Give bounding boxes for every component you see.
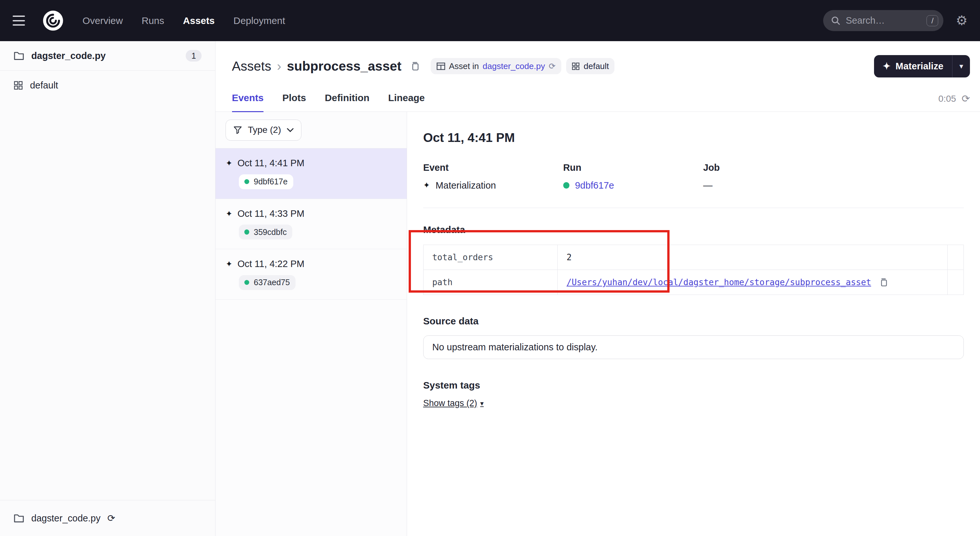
page-title-asset-name: subprocess_asset — [287, 59, 401, 74]
search-shortcut-badge: / — [926, 15, 938, 26]
asset-in-code-location-link[interactable]: dagster_code.py — [482, 61, 545, 71]
layout: dagster_code.py 1 default dagster_code.p… — [0, 41, 980, 536]
metadata-key: total_orders — [423, 245, 558, 270]
nav-runs[interactable]: Runs — [142, 15, 164, 26]
materialize-dropdown-button[interactable]: ▾ — [952, 55, 970, 78]
run-id-chip[interactable]: 9dbf617e — [239, 174, 293, 189]
asset-in-prefix: Asset in — [449, 61, 479, 71]
event-type-value: Materialization — [436, 180, 496, 191]
event-timestamp-label: Oct 11, 4:41 PM — [237, 158, 305, 169]
topbar-right: / ⚙ — [823, 10, 967, 32]
run-id-link[interactable]: 9dbf617e — [575, 180, 614, 191]
event-list-item[interactable]: ✦ Oct 11, 4:41 PM 9dbf617e — [215, 148, 406, 199]
reload-location-icon[interactable]: ⟳ — [107, 514, 115, 523]
nav-assets[interactable]: Assets — [183, 15, 215, 26]
run-id-label: 359cdbfc — [254, 227, 287, 237]
filter-bar: Type (2) — [215, 112, 406, 148]
sidebar-code-location-label: dagster_code.py — [31, 51, 106, 61]
table-row: total_orders 2 — [423, 245, 964, 270]
folder-icon — [14, 514, 24, 523]
search-input[interactable] — [846, 15, 908, 26]
event-run: 359cdbfc — [239, 224, 397, 240]
path-link[interactable]: /Users/yuhan/dev/local/dagster_home/stor… — [566, 277, 871, 287]
run-status-dot — [244, 179, 249, 184]
nav-overview[interactable]: Overview — [83, 15, 123, 26]
search-box[interactable]: / — [823, 10, 943, 32]
gear-icon[interactable]: ⚙ — [956, 14, 967, 27]
materialization-icon: ✦ — [226, 260, 232, 268]
run-status-dot — [244, 229, 249, 234]
show-tags-label: Show tags (2) — [423, 398, 477, 408]
event-timestamp-label: Oct 11, 4:33 PM — [237, 208, 305, 219]
breadcrumb: Assets › subprocess_asset — [232, 59, 420, 74]
sidebar: dagster_code.py 1 default dagster_code.p… — [0, 41, 215, 536]
copy-path-icon[interactable] — [878, 278, 888, 287]
topbar: Overview Runs Assets Deployment / ⚙ — [0, 0, 980, 41]
refresh-icon[interactable]: ⟳ — [961, 94, 970, 104]
materialization-icon: ✦ — [226, 210, 232, 218]
dagster-logo-icon[interactable] — [41, 9, 65, 32]
materialize-button[interactable]: ✦ Materialize — [874, 55, 952, 78]
summary-job: Job — — [703, 162, 843, 191]
asset-tags: Asset in dagster_code.py ⟳ default — [431, 58, 614, 74]
metadata-table: total_orders 2 path /Users/yuhan/dev/loc… — [423, 245, 964, 295]
event-list-item[interactable]: ✦ Oct 11, 4:22 PM 637aed75 — [215, 249, 406, 299]
tab-plots[interactable]: Plots — [282, 85, 306, 111]
event-detail-title: Oct 11, 4:41 PM — [423, 130, 964, 145]
event-timestamp-label: Oct 11, 4:22 PM — [237, 259, 305, 269]
chevron-down-icon — [287, 128, 294, 132]
event-timestamp: ✦ Oct 11, 4:41 PM — [226, 158, 396, 169]
event-list-item[interactable]: ✦ Oct 11, 4:33 PM 359cdbfc — [215, 199, 406, 249]
run-id-chip[interactable]: 359cdbfc — [239, 224, 292, 240]
table-icon — [436, 62, 445, 70]
grid-icon — [572, 62, 580, 70]
run-id-label: 637aed75 — [254, 278, 290, 287]
dagster-app: Overview Runs Assets Deployment / ⚙ dag — [0, 0, 980, 536]
materialization-icon: ✦ — [226, 159, 232, 167]
materialize-sparkle-icon: ✦ — [883, 62, 891, 71]
sidebar-count-badge: 1 — [186, 50, 202, 62]
copy-asset-name-icon[interactable] — [410, 61, 420, 71]
nav-deployment[interactable]: Deployment — [233, 15, 285, 26]
tabs-row: Events Plots Definition Lineage 0:05 ⟳ — [215, 85, 980, 112]
sidebar-group-label: default — [30, 80, 58, 91]
job-empty-value: — — [703, 180, 713, 191]
hamburger-menu-icon[interactable] — [13, 10, 34, 32]
group-chip-label: default — [584, 61, 609, 71]
summary-run: Run 9dbf617e — [563, 162, 703, 191]
event-run: 637aed75 — [239, 275, 397, 290]
asset-header: Assets › subprocess_asset Asset in dagst… — [215, 41, 980, 85]
system-tags-section: System tags Show tags (2) ▾ — [423, 380, 964, 409]
search-icon — [830, 16, 841, 25]
type-filter-button[interactable]: Type (2) — [226, 119, 301, 141]
grid-icon — [14, 81, 23, 90]
summary-event: Event ✦ Materialization — [423, 162, 563, 191]
system-tags-title: System tags — [423, 380, 964, 391]
show-tags-link[interactable]: Show tags (2) ▾ — [423, 398, 484, 408]
breadcrumb-assets-link[interactable]: Assets — [232, 59, 272, 74]
tab-events[interactable]: Events — [232, 85, 264, 111]
breadcrumb-separator-icon: › — [277, 59, 281, 74]
event-detail-panel: Oct 11, 4:41 PM Event ✦ Materialization … — [407, 112, 980, 536]
event-run: 9dbf617e — [239, 174, 397, 189]
group-chip-default[interactable]: default — [566, 58, 614, 74]
tab-definition[interactable]: Definition — [325, 85, 369, 111]
metadata-actions-cell — [947, 245, 964, 270]
asset-in-chip[interactable]: Asset in dagster_code.py ⟳ — [431, 58, 561, 74]
divider — [423, 208, 964, 208]
sidebar-item-code-location[interactable]: dagster_code.py 1 — [0, 41, 215, 71]
event-summary: Event ✦ Materialization Run 9dbf617e — [423, 162, 964, 191]
source-data-title: Source data — [423, 316, 964, 327]
run-id-chip[interactable]: 637aed75 — [239, 275, 296, 290]
metadata-key: path — [423, 270, 558, 294]
events-content: Type (2) ✦ Oct 11, 4:41 PM — [215, 112, 980, 536]
metadata-value: /Users/yuhan/dev/local/dagster_home/stor… — [558, 270, 947, 294]
sidebar-item-group-default[interactable]: default — [0, 71, 215, 100]
reload-definitions-icon[interactable]: ⟳ — [549, 62, 555, 70]
materialize-split-button: ✦ Materialize ▾ — [874, 55, 970, 78]
sidebar-footer: dagster_code.py ⟳ — [0, 500, 215, 536]
run-id-label: 9dbf617e — [254, 177, 288, 186]
tab-lineage[interactable]: Lineage — [388, 85, 425, 111]
materialization-icon: ✦ — [423, 181, 430, 189]
job-label: Job — [703, 162, 843, 173]
